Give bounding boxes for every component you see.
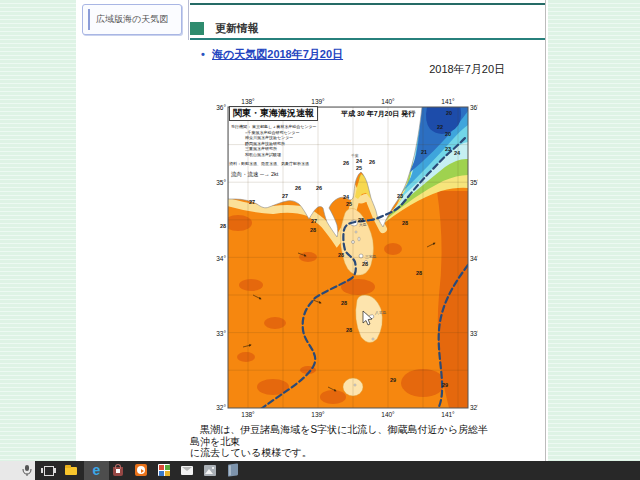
svg-text:28: 28 (362, 261, 368, 267)
svg-text:26: 26 (343, 160, 349, 166)
map-flow-legend: 流向・流速 ─→ 2kt (231, 171, 278, 178)
section-bullet-square (190, 22, 204, 35)
map-title: 関東・東海海況速報 (229, 106, 318, 121)
svg-text:32°: 32° (216, 404, 226, 411)
svg-text:28: 28 (338, 252, 344, 258)
svg-text:24: 24 (343, 194, 350, 200)
svg-text:27: 27 (282, 193, 288, 199)
file-explorer-button[interactable] (64, 463, 79, 478)
task-view-icon (41, 468, 43, 473)
svg-text:35°: 35° (216, 179, 226, 186)
svg-text:140°: 140° (381, 411, 395, 418)
svg-text:28: 28 (341, 300, 347, 306)
notebook-icon (228, 463, 238, 476)
mail-app-button[interactable] (180, 463, 195, 478)
svg-text:26: 26 (369, 159, 375, 165)
section-underline (190, 38, 545, 40)
svg-text:138°: 138° (241, 411, 255, 418)
svg-text:24: 24 (356, 158, 363, 164)
svg-text:34°: 34° (216, 255, 226, 262)
svg-text:36°: 36° (470, 104, 478, 111)
svg-text:八丈島: 八丈島 (375, 310, 387, 315)
list-bullet: • (201, 48, 205, 60)
svg-text:26: 26 (316, 185, 322, 191)
svg-text:24: 24 (454, 150, 461, 156)
content-column-border (188, 0, 189, 40)
svg-text:28: 28 (402, 220, 408, 226)
video-app-icon (135, 464, 147, 476)
svg-text:139°: 139° (311, 411, 325, 418)
svg-text:25: 25 (346, 201, 352, 207)
edge-icon: e (89, 463, 104, 478)
svg-text:28: 28 (220, 223, 226, 229)
sidebar-item-accent (88, 9, 90, 30)
svg-text:27: 27 (249, 199, 255, 205)
svg-text:34°: 34° (470, 255, 478, 262)
svg-text:21: 21 (421, 149, 427, 155)
store-button[interactable] (111, 463, 126, 478)
sidebar-item-wide-area-sea-chart[interactable]: 広域版海の天気図 (82, 4, 182, 35)
content-right-border (545, 0, 546, 461)
page-right-margin (548, 0, 640, 461)
svg-text:三宅島: 三宅島 (365, 254, 377, 259)
svg-text:28: 28 (416, 270, 422, 276)
svg-text:28: 28 (310, 227, 316, 233)
issuer-line: 和歌山県水産試験場 (245, 152, 317, 158)
svg-text:26: 26 (295, 185, 301, 191)
svg-text:28: 28 (346, 327, 352, 333)
svg-text:大島: 大島 (359, 222, 367, 227)
svg-text:29: 29 (442, 382, 448, 388)
svg-text:27: 27 (311, 218, 317, 224)
sidebar-item-label: 広域版海の天気図 (96, 5, 168, 34)
map-source-note: 資料：船舶水温、衛星水温、気象庁解析水温 (229, 161, 309, 166)
issuer-line: 発行機関： 東京都島しょ農林水産総合センター (231, 124, 317, 130)
flow-label: 流向・流速 (231, 171, 259, 177)
folder-icon (65, 467, 77, 475)
photos-icon (204, 465, 216, 476)
store-bag-icon (113, 467, 123, 476)
caption-line-2: に流去している模様です。 (190, 447, 490, 459)
video-app-button[interactable] (134, 463, 149, 478)
flow-arrow-icon: ─→ (260, 171, 269, 177)
top-section-rule (190, 3, 545, 5)
notebook-app-button[interactable] (226, 463, 241, 478)
mail-icon (181, 466, 193, 475)
svg-text:36°: 36° (216, 104, 226, 111)
map-issuer-list: 発行機関： 東京都島しょ農林水産総合センター○千葉県水産総合研究センター神奈川県… (231, 124, 317, 157)
section-title: 更新情報 (215, 21, 259, 36)
edge-browser-button[interactable]: e (89, 463, 104, 478)
svg-text:139°: 139° (311, 98, 325, 105)
issue-date: 2018年7月20日 (360, 62, 505, 77)
svg-text:138°: 138° (241, 98, 255, 105)
desktop: 広域版海の天気図 更新情報 • 海の天気図2018年7月20日 2018年7月2… (0, 0, 640, 480)
task-view-button[interactable] (41, 463, 56, 478)
flow-speed: 2kt (271, 171, 278, 177)
svg-text:千葉: 千葉 (351, 153, 359, 158)
svg-text:141°: 141° (441, 411, 455, 418)
office-app-button[interactable] (157, 463, 172, 478)
caption-line-1: 黒潮は、伊豆諸島海域をS字状に北流し、御蔵島付近から房総半島沖を北東 (190, 424, 490, 447)
svg-text:141°: 141° (441, 98, 455, 105)
svg-text:23: 23 (397, 193, 403, 199)
page-left-margin (0, 0, 76, 461)
svg-text:22: 22 (437, 124, 443, 130)
svg-text:140°: 140° (381, 98, 395, 105)
svg-text:32°: 32° (470, 404, 478, 411)
svg-text:35°: 35° (470, 179, 478, 186)
svg-text:20: 20 (445, 131, 451, 137)
svg-text:29: 29 (390, 377, 396, 383)
svg-text:25: 25 (356, 165, 362, 171)
microphone-icon (22, 465, 32, 477)
office-grid-icon (158, 464, 170, 476)
photos-app-button[interactable] (203, 463, 218, 478)
map-caption: 黒潮は、伊豆諸島海域をS字状に北流し、御蔵島付近から房総半島沖を北東 に流去して… (190, 424, 490, 459)
taskbar-search-box[interactable] (0, 461, 35, 480)
sea-weather-chart-link[interactable]: 海の天気図2018年7月20日 (212, 47, 343, 62)
svg-text:33°: 33° (470, 330, 478, 337)
svg-text:33°: 33° (216, 330, 226, 337)
map-issued-date: 平成 30 年7月20日 発行 (341, 109, 415, 119)
svg-text:23: 23 (445, 146, 451, 152)
svg-text:20: 20 (446, 110, 452, 116)
sea-condition-map[interactable]: 138°139°140°141°138°139°140°141°36°35°34… (213, 95, 478, 420)
